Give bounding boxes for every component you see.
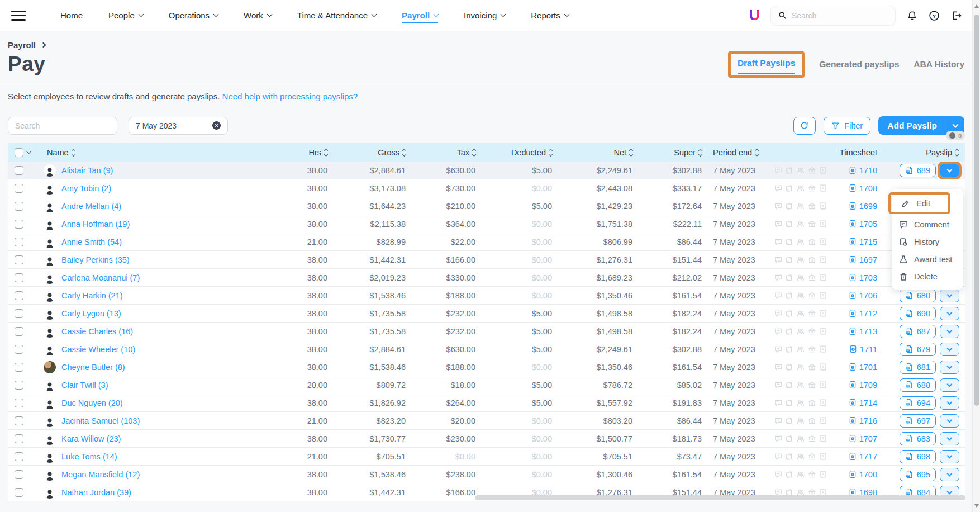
row-checkbox[interactable] [15, 184, 23, 193]
employee-search-field[interactable] [8, 117, 117, 135]
timesheet-sync-icon[interactable] [786, 399, 793, 407]
timesheet-sync-icon[interactable] [786, 256, 793, 264]
timesheet-sync-icon[interactable] [786, 238, 793, 246]
payslip-pdf-button[interactable]: PDF 689 [900, 164, 936, 177]
pay-receipt-icon[interactable]: $ [819, 310, 827, 317]
payslip-actions-dropdown-button[interactable] [940, 396, 959, 410]
timesheet-sync-icon[interactable] [786, 453, 793, 461]
comment-icon[interactable] [774, 381, 782, 389]
employee-name-link[interactable]: Cheyne Butler (8) [61, 363, 125, 372]
timesheet-link[interactable]: 1706 [835, 291, 881, 300]
row-checkbox[interactable] [15, 363, 23, 372]
employee-name-link[interactable]: Andre Mellan (4) [61, 202, 121, 211]
pay-receipt-icon[interactable]: $ [819, 256, 827, 264]
tab-generated-payslips[interactable]: Generated payslips [819, 59, 899, 74]
payslip-pdf-button[interactable]: PDF 698 [900, 450, 936, 463]
employee-name-link[interactable]: Amy Tobin (2) [61, 184, 111, 193]
row-checkbox[interactable] [15, 399, 23, 407]
payslip-actions-dropdown-button[interactable] [940, 325, 959, 338]
employees-icon[interactable] [797, 202, 805, 210]
hamburger-menu-icon[interactable] [11, 11, 26, 21]
sort-icon[interactable] [955, 149, 958, 156]
payslip-actions-dropdown-button[interactable] [940, 414, 959, 428]
tab-aba-history[interactable]: ABA History [914, 59, 964, 74]
bank-icon[interactable] [808, 256, 816, 264]
timesheet-sync-icon[interactable] [786, 435, 793, 443]
select-all-checkbox[interactable] [15, 148, 23, 157]
employee-name-link[interactable]: Carlena Moananui (7) [61, 273, 140, 282]
employees-icon[interactable] [797, 167, 805, 174]
comment-icon[interactable] [774, 471, 782, 478]
timesheet-link[interactable]: 1709 [835, 381, 881, 390]
comment-icon[interactable] [774, 310, 782, 317]
employees-icon[interactable] [797, 381, 805, 389]
employees-icon[interactable] [797, 292, 805, 300]
pay-receipt-icon[interactable]: $ [819, 471, 827, 478]
bank-icon[interactable] [808, 345, 816, 353]
timesheet-sync-icon[interactable] [786, 292, 793, 300]
payslip-pdf-button[interactable]: PDF 687 [900, 325, 936, 338]
employees-icon[interactable] [797, 274, 805, 282]
timesheet-link[interactable]: 1715 [835, 238, 881, 246]
employees-icon[interactable] [797, 435, 805, 443]
comment-icon[interactable] [774, 345, 782, 353]
employee-name-link[interactable]: Clair Twill (3) [61, 381, 108, 390]
vertical-scrollbar-thumb[interactable] [974, 15, 979, 406]
employee-name-link[interactable]: Duc Nguyen (20) [61, 399, 123, 407]
timesheet-sync-icon[interactable] [786, 381, 793, 389]
timesheet-sync-icon[interactable] [786, 274, 793, 282]
payslip-pdf-button[interactable]: PDF 688 [900, 378, 936, 392]
timesheet-sync-icon[interactable] [786, 328, 793, 335]
timesheet-link[interactable]: 1700 [835, 470, 881, 479]
row-checkbox[interactable] [15, 434, 23, 443]
filter-button[interactable]: Filter [824, 117, 870, 135]
timesheet-link[interactable]: 1707 [835, 434, 881, 443]
comment-icon[interactable] [774, 435, 782, 443]
scroll-down-arrow-icon[interactable] [974, 504, 979, 508]
nav-item-invoicing[interactable]: Invoicing [464, 7, 505, 23]
bank-icon[interactable] [808, 184, 816, 192]
horizontal-scrollbar-thumb[interactable] [475, 495, 965, 500]
timesheet-sync-icon[interactable] [786, 310, 793, 317]
employees-icon[interactable] [797, 238, 805, 246]
notifications-button[interactable] [907, 10, 917, 21]
timesheet-link[interactable]: 1708 [835, 184, 881, 193]
bank-icon[interactable] [808, 471, 816, 478]
row-checkbox[interactable] [15, 470, 23, 479]
payslip-pdf-button[interactable]: PDF 683 [900, 432, 936, 445]
pay-receipt-icon[interactable]: $ [819, 417, 827, 425]
row-checkbox[interactable] [15, 238, 23, 246]
timesheet-sync-icon[interactable] [786, 345, 793, 353]
nav-item-payroll[interactable]: Payroll [402, 7, 438, 23]
comment-icon[interactable] [774, 399, 782, 407]
employee-name-link[interactable]: Carly Harkin (21) [61, 291, 123, 300]
nav-item-work[interactable]: Work [244, 7, 272, 23]
sort-icon[interactable] [72, 149, 75, 156]
payslip-pdf-button[interactable]: PDF 681 [900, 361, 936, 374]
employees-icon[interactable] [797, 328, 805, 335]
bank-icon[interactable] [808, 220, 816, 228]
bank-icon[interactable] [808, 381, 816, 389]
employee-name-link[interactable]: Luke Toms (14) [61, 452, 117, 461]
payslip-pdf-button[interactable]: PDF 679 [900, 343, 936, 356]
pay-receipt-icon[interactable]: $ [819, 435, 827, 443]
nav-item-people[interactable]: People [108, 7, 143, 23]
row-checkbox[interactable] [15, 273, 23, 282]
menu-item-comment[interactable]: Comment [892, 216, 963, 233]
breadcrumb[interactable]: Payroll [8, 40, 964, 50]
comment-icon[interactable] [774, 417, 782, 425]
payslip-actions-dropdown-button[interactable] [940, 432, 959, 445]
timesheet-link[interactable]: 1714 [835, 399, 881, 407]
timesheet-link[interactable]: 1717 [835, 452, 881, 461]
payslip-actions-dropdown-button[interactable] [940, 468, 959, 481]
add-payslip-button[interactable]: Add Payslip [878, 116, 946, 135]
nav-item-reports[interactable]: Reports [531, 7, 569, 23]
logout-button[interactable] [951, 10, 962, 21]
bank-icon[interactable] [808, 238, 816, 246]
employees-icon[interactable] [797, 345, 805, 353]
employee-search-input[interactable] [15, 121, 99, 130]
comment-icon[interactable] [774, 292, 782, 300]
sort-icon[interactable] [325, 149, 327, 156]
employees-icon[interactable] [797, 256, 805, 264]
payslip-pdf-button[interactable]: PDF 694 [900, 396, 936, 410]
